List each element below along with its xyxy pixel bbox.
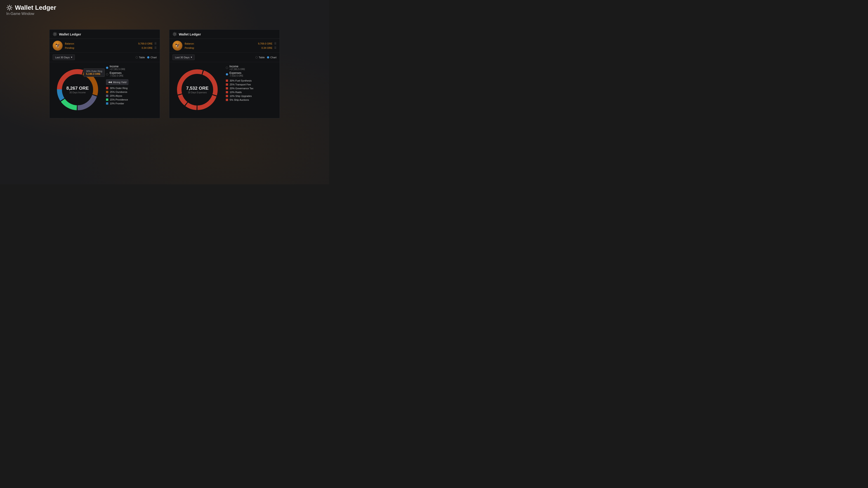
window-header-right: Wallet Ledger	[169, 30, 280, 39]
list-item: 30% Fuel Synthesis	[226, 79, 276, 82]
toggle-group-left: Table Chart	[135, 56, 157, 59]
legend-right: Income +17,301.5 ORE Expenses -7,532.5 O…	[226, 65, 276, 101]
pending-label-left: Pending:	[65, 46, 74, 49]
legend-color-r3	[226, 91, 228, 93]
list-item: 10% Ship Upgrades	[226, 95, 276, 97]
window-gear-icon-left	[53, 32, 57, 36]
balance-menu-icon-left[interactable]: ☰	[154, 42, 157, 45]
donut-right: 7,532 ORE 30 Days Expenses	[173, 65, 222, 115]
page-subtitle: In-Game Window	[6, 12, 56, 16]
list-item: 25% Ouroboros	[106, 91, 157, 93]
income-dot-right	[226, 67, 228, 69]
wallet-window-left: Wallet Ledger 🦅 Balance: 9,769.0 ORE ☰ P…	[49, 29, 160, 119]
list-item: 20% Governance Tax	[226, 87, 276, 90]
window-gear-icon-right	[173, 32, 177, 36]
pending-menu-icon-right[interactable]: ☰	[274, 46, 276, 49]
expenses-dot-right	[226, 73, 228, 75]
expenses-value-right: -7,532.5 ORE	[229, 74, 243, 77]
wallet-icon	[6, 4, 13, 11]
mining-yield-btn-left[interactable]: ◀◀ Mining Yield	[106, 79, 128, 85]
tooltip-left: 30% Outer Ring 5,190.3 ORE	[84, 68, 105, 77]
chart-toggle-left[interactable]: Chart	[147, 56, 157, 59]
legend-color-3	[106, 98, 108, 101]
expenses-label-right: Expenses	[229, 71, 243, 74]
legend-color-2	[106, 95, 108, 97]
window-title-right: Wallet Ledger	[179, 32, 201, 36]
chevron-down-icon: ▾	[71, 56, 72, 59]
legend-color-0	[106, 87, 108, 89]
wallet-window-right: Wallet Ledger 🦅 Balance: 9,769.0 ORE ☰ P…	[169, 29, 280, 119]
income-expenses-left: Income +17,301.5 ORE Expenses -7,532.5 O…	[106, 65, 157, 77]
table-toggle-left[interactable]: Table	[135, 56, 145, 59]
chart-area-right: 7,532 ORE 30 Days Expenses Income +17,30…	[169, 62, 280, 118]
legend-items-left: 30% Outer Ring 25% Ouroboros 20% Abyss 1…	[106, 87, 157, 105]
list-item: 5% Ship Auctions	[226, 98, 276, 101]
window-header-left: Wallet Ledger	[50, 30, 160, 39]
avatar-right: 🦅	[173, 41, 182, 51]
income-item-right: Income +17,301.5 ORE	[226, 65, 276, 70]
chart-area-left: 8,267 ORE 30 Days Income 30% Outer Ring …	[50, 62, 160, 118]
income-label-right: Income	[229, 65, 245, 68]
svg-point-2	[174, 33, 176, 35]
table-radio-right	[255, 56, 258, 59]
expenses-item-right: Expenses -7,532.5 ORE	[226, 71, 276, 77]
period-dropdown-right[interactable]: Last 30 Days ▾	[173, 55, 195, 60]
legend-color-r2	[226, 87, 228, 90]
controls-row-right: Last 30 Days ▾ Table Chart	[169, 53, 280, 62]
windows-container: Wallet Ledger 🦅 Balance: 9,769.0 ORE ☰ P…	[0, 29, 329, 119]
list-item: 20% Abyss	[106, 94, 157, 97]
balance-value-right: 9,769.0 ORE ☰	[258, 42, 276, 45]
page-header: Wallet Ledger In-Game Window	[6, 4, 56, 16]
donut-svg-right	[173, 65, 222, 115]
expenses-item-left: Expenses -7,532.5 ORE	[106, 71, 157, 77]
pending-menu-icon-left[interactable]: ☰	[154, 46, 157, 49]
balance-value-left: 9,769.0 ORE ☰	[138, 42, 157, 45]
list-item: 30% Outer Ring	[106, 87, 157, 90]
table-toggle-right[interactable]: Table	[255, 56, 265, 59]
list-item: 10% Raids	[226, 91, 276, 94]
tooltip-value-left: 5,190.3 ORE	[86, 72, 102, 75]
legend-left: Income +17,301.5 ORE Expenses -7,532.5 O…	[106, 65, 157, 105]
income-label-left: Income	[110, 65, 125, 68]
legend-color-1	[106, 91, 108, 93]
window-title-left: Wallet Ledger	[59, 32, 81, 36]
pending-value-right: 0.34 ORE ☰	[261, 46, 276, 49]
tooltip-label-left: 30% Outer Ring	[86, 70, 102, 72]
expenses-dot-left	[106, 73, 108, 75]
pending-value-left: 0.34 ORE ☰	[142, 46, 157, 49]
list-item: 15% Providence	[106, 98, 157, 101]
avatar-left: 🦅	[53, 41, 63, 51]
svg-point-1	[54, 33, 56, 35]
balance-label-right: Balance:	[185, 42, 194, 45]
pending-label-right: Pending:	[185, 46, 194, 49]
income-item-left: Income +17,301.5 ORE	[106, 65, 157, 70]
balance-menu-icon-right[interactable]: ☰	[274, 42, 276, 45]
balance-section-right: 🦅 Balance: 9,769.0 ORE ☰ Pending: 0.34 O…	[169, 39, 280, 53]
controls-row-left: Last 30 Days ▾ Table Chart	[50, 53, 160, 62]
legend-items-right: 30% Fuel Synthesis 25% Transport Fee 20%…	[226, 79, 276, 101]
svg-point-0	[8, 6, 11, 9]
income-value-right: +17,301.5 ORE	[229, 68, 245, 70]
balance-label-left: Balance:	[65, 42, 74, 45]
legend-color-r1	[226, 84, 228, 86]
income-expenses-right: Income +17,301.5 ORE Expenses -7,532.5 O…	[226, 65, 276, 77]
chart-toggle-right[interactable]: Chart	[267, 56, 276, 59]
balance-info-right: Balance: 9,769.0 ORE ☰ Pending: 0.34 ORE…	[185, 41, 276, 50]
expenses-label-left: Expenses	[110, 71, 123, 74]
legend-color-r4	[226, 95, 228, 97]
legend-color-r5	[226, 99, 228, 101]
income-dot-left	[106, 67, 108, 69]
list-item: 10% Frontier	[106, 102, 157, 105]
expenses-value-left: -7,532.5 ORE	[110, 74, 123, 77]
donut-left: 8,267 ORE 30 Days Income 30% Outer Ring …	[53, 65, 102, 115]
chart-radio-left	[147, 56, 149, 59]
chevron-down-icon-right: ▾	[191, 56, 192, 59]
balance-section-left: 🦅 Balance: 9,769.0 ORE ☰ Pending: 0.34 O…	[50, 39, 160, 53]
balance-info-left: Balance: 9,769.0 ORE ☰ Pending: 0.34 ORE…	[65, 41, 157, 50]
chart-radio-right	[267, 56, 269, 59]
table-radio-left	[135, 56, 138, 59]
period-dropdown-left[interactable]: Last 30 Days ▾	[53, 55, 75, 60]
toggle-group-right: Table Chart	[255, 56, 276, 59]
income-value-left: +17,301.5 ORE	[110, 68, 125, 70]
page-title: Wallet Ledger	[15, 4, 56, 11]
